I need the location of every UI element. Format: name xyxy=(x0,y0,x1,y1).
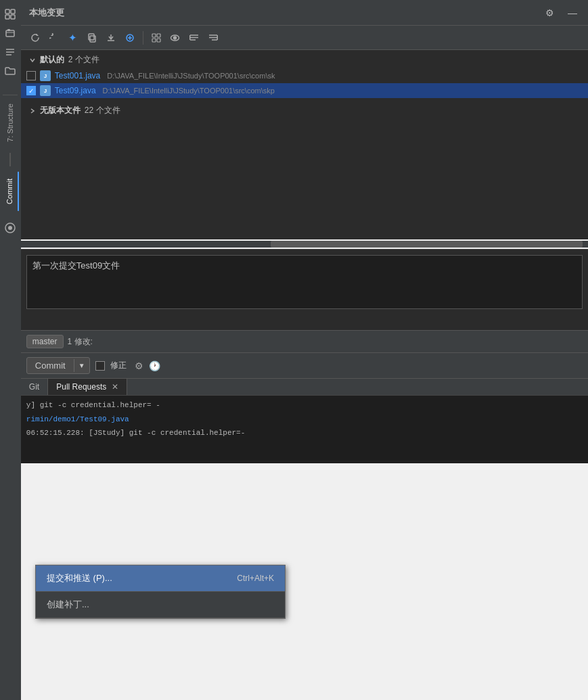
commit-message-area xyxy=(21,249,588,330)
file-name-test001: Test001.java xyxy=(55,71,100,80)
toolbar: ✦ xyxy=(21,26,588,50)
file-path-test09: D:\JAVA_FILE\IntelliJ\JStudy\TOOP001\src… xyxy=(103,87,275,95)
commit-dropdown-arrow[interactable]: ▼ xyxy=(74,359,89,372)
panel-title: 本地变更 xyxy=(29,7,543,19)
svg-rect-2 xyxy=(5,15,9,19)
diff-btn[interactable] xyxy=(148,29,165,47)
git-commit-icon[interactable] xyxy=(4,222,16,237)
align-left-btn[interactable] xyxy=(185,29,203,47)
sidebar-icon-1[interactable] xyxy=(1,5,20,23)
sidebar-icon-project[interactable] xyxy=(1,24,20,42)
file-row-test001[interactable]: J Test001.java D:\JAVA_FILE\IntelliJ\JSt… xyxy=(21,68,588,83)
h-scrollbar[interactable] xyxy=(21,241,588,248)
sidebar-structure-tab[interactable]: 7: Structure xyxy=(3,95,18,147)
branch-badge: master xyxy=(26,335,64,348)
commit-clock-icon[interactable]: 🕐 xyxy=(149,360,160,371)
console-line-2: rimin/demo1/Test09.java xyxy=(26,413,583,427)
default-section-header: 默认的 2 个文件 xyxy=(21,50,588,68)
merge-btn[interactable] xyxy=(121,29,139,47)
console-tab-git[interactable]: Git xyxy=(21,379,48,395)
commit-button[interactable]: Commit ▼ xyxy=(26,357,90,374)
svg-point-23 xyxy=(174,37,177,39)
svg-rect-20 xyxy=(152,39,156,42)
left-sidebar: 7: Structure Commit xyxy=(0,0,21,700)
commit-button-area: Commit ▼ 修正 ⚙ 🕐 xyxy=(21,352,588,378)
unversioned-section-count: 22 个文件 xyxy=(85,105,120,116)
file-checkbox-test001[interactable] xyxy=(26,71,36,80)
eye-btn[interactable] xyxy=(166,29,184,47)
file-checkbox-test09[interactable]: ✓ xyxy=(26,86,36,95)
file-path-test001: D:\JAVA_FILE\IntelliJ\JStudy\TOOP001\src… xyxy=(107,72,275,80)
console-line-1: y] git -c credential.helper= - xyxy=(26,398,583,413)
sidebar-icon-folder[interactable] xyxy=(1,62,20,80)
commit-btn-label: Commit xyxy=(27,358,74,373)
dropdown-item-commit-push[interactable]: 提交和推送 (P)... Ctrl+Alt+K xyxy=(36,565,285,592)
minimize-icon[interactable]: — xyxy=(565,6,580,20)
amend-label: 修正 xyxy=(110,360,127,371)
svg-rect-0 xyxy=(5,9,9,14)
move-down-btn[interactable] xyxy=(102,29,120,47)
default-section-count: 2 个文件 xyxy=(68,54,99,66)
main-container: 7: Structure Commit 本地变 xyxy=(0,0,588,700)
dropdown-item-label-patch: 创建补丁... xyxy=(47,599,89,611)
dropdown-item-create-patch[interactable]: 创建补丁... xyxy=(36,592,285,618)
changes-count: 1 修改: xyxy=(68,336,93,348)
svg-rect-12 xyxy=(89,34,94,40)
amend-checkbox[interactable] xyxy=(95,361,105,371)
unversioned-section-header: 无版本文件 22 个文件 xyxy=(21,101,588,119)
commit-settings-icon[interactable]: ⚙ xyxy=(135,360,143,371)
title-bar: 本地变更 ⚙ — xyxy=(21,0,588,26)
dropdown-item-label-push: 提交和推送 (P)... xyxy=(47,572,112,584)
console-line-3: 06:52:15.228: [JStudy] git -c credential… xyxy=(26,426,583,440)
undo-btn[interactable] xyxy=(45,29,63,47)
copy-btn[interactable] xyxy=(83,29,101,47)
bottom-info-bar: master 1 修改: xyxy=(21,330,588,352)
console-tab-pull-requests[interactable]: Pull Requests ✕ xyxy=(48,379,127,395)
unversioned-section-label: 无版本文件 xyxy=(40,105,81,116)
dropdown-menu: 提交和推送 (P)... Ctrl+Alt+K 创建补丁... xyxy=(35,565,286,619)
console-tab-close[interactable]: ✕ xyxy=(112,382,118,392)
title-actions: ⚙ — xyxy=(543,6,580,20)
file-icon-test09: J xyxy=(40,85,51,96)
align-right-btn[interactable] xyxy=(204,29,222,47)
default-section-label: 默认的 xyxy=(40,54,64,66)
file-list: 默认的 2 个文件 J Test001.java D:\JAVA_FILE\In… xyxy=(21,50,588,239)
h-scroll-thumb xyxy=(271,241,583,248)
svg-rect-18 xyxy=(152,34,156,37)
file-row-test09[interactable]: ✓ J Test09.java D:\JAVA_FILE\IntelliJ\JS… xyxy=(21,83,588,98)
refresh-btn[interactable] xyxy=(26,29,44,47)
svg-rect-3 xyxy=(11,15,15,19)
svg-rect-11 xyxy=(90,36,95,42)
file-name-test09: Test09.java xyxy=(55,86,96,95)
sidebar-icon-3[interactable] xyxy=(1,43,20,61)
settings-icon[interactable]: ⚙ xyxy=(543,6,557,20)
dropdown-shortcut-push: Ctrl+Alt+K xyxy=(237,574,274,583)
console-output: y] git -c credential.helper= - rimin/dem… xyxy=(21,396,588,463)
sidebar-commit-tab[interactable]: Commit xyxy=(1,172,19,211)
vcs-branch-btn[interactable]: ✦ xyxy=(64,29,82,47)
commit-message-input[interactable] xyxy=(26,255,583,309)
svg-point-10 xyxy=(8,226,12,230)
svg-rect-21 xyxy=(157,39,160,42)
toolbar-sep-1 xyxy=(143,31,143,45)
svg-rect-4 xyxy=(6,30,14,37)
console-tabs: Git Pull Requests ✕ xyxy=(21,378,588,396)
file-icon-test001: J xyxy=(40,70,51,81)
svg-rect-5 xyxy=(7,29,10,31)
svg-rect-19 xyxy=(157,34,160,37)
svg-rect-1 xyxy=(11,9,15,14)
